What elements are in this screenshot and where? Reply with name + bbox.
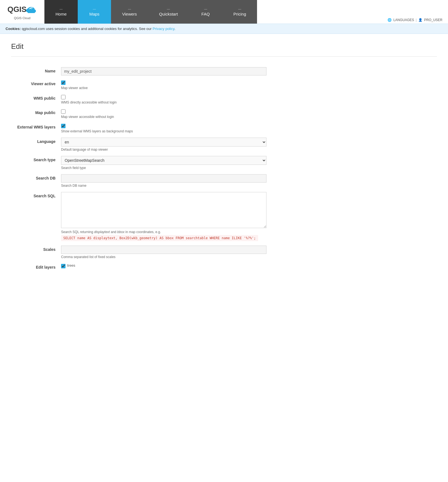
wms-public-label: WMS public [11, 92, 61, 107]
search-sql-textarea[interactable] [61, 192, 266, 228]
search-sql-help-prefix: Search SQL returning [61, 230, 94, 234]
cookie-text: qgiscloud.com uses session cookies and a… [21, 27, 153, 31]
search-db-row: Search DB Search DB name [11, 172, 437, 190]
edit-layers-value: trees [67, 263, 75, 268]
map-public-label: Map public [11, 107, 61, 121]
scales-field-col: Comma separated list of fixed scales [61, 243, 437, 261]
search-db-label: Search DB [11, 172, 61, 190]
edit-layers-row: Edit layers trees [11, 261, 437, 273]
cookie-bold: Cookies: [6, 27, 21, 31]
nav-pricing[interactable]: — Pricing [222, 0, 257, 24]
external-wms-row: External WMS layers Show external WMS la… [11, 121, 437, 135]
scales-help: Comma separated list of fixed scales [61, 255, 437, 259]
name-field-col [61, 65, 437, 78]
logo-area: QGIS QGIS Cloud [0, 0, 44, 24]
wms-public-field-col: WMS directly accessible without login [61, 92, 437, 107]
search-sql-help-suffix: in map coordinates, e.g. [124, 230, 161, 234]
edit-layers-label: Edit layers [11, 261, 61, 273]
svg-rect-4 [28, 11, 35, 13]
languages-link[interactable]: LANGUAGES [393, 18, 414, 22]
search-type-help: Search field type [61, 166, 437, 170]
map-public-checkbox-row [61, 109, 437, 114]
wms-public-checkbox[interactable] [61, 95, 66, 99]
map-public-checkbox[interactable] [61, 109, 66, 114]
viewers-icon: — [128, 7, 131, 11]
search-type-row: Search type OpenStreetMapSearch Database… [11, 154, 437, 172]
faq-icon: — [204, 7, 207, 11]
home-icon: — [60, 7, 63, 11]
language-help: Default language of map viewer [61, 148, 437, 152]
external-wms-field-col: Show external WMS layers as background m… [61, 121, 437, 135]
external-wms-checkbox-row [61, 123, 437, 128]
search-sql-example: SELECT name AS displaytext, Box2D(wkb_ge… [61, 235, 258, 241]
language-label: Language [11, 135, 61, 154]
search-sql-help: Search SQL returning displaytext and bbo… [61, 230, 437, 234]
search-sql-bbox: bbox [117, 230, 124, 234]
wms-public-row: WMS public WMS directly accessible witho… [11, 92, 437, 107]
language-select[interactable]: en de fr it es [61, 138, 266, 147]
privacy-policy-link[interactable]: Privacy policy [153, 27, 175, 31]
search-sql-displaytext: displaytext [94, 230, 110, 234]
wms-public-help: WMS directly accessible without login [61, 100, 437, 104]
nav-faq[interactable]: — FAQ [189, 0, 222, 24]
globe-icon: 🌐 [387, 18, 392, 22]
scales-row: Scales Comma separated list of fixed sca… [11, 243, 437, 261]
name-row: Name [11, 65, 437, 78]
map-public-row: Map public Map viewer accessible without… [11, 107, 437, 121]
edit-layers-checkbox-row: trees [61, 263, 437, 268]
viewer-active-row: Viewer active Map viewer active [11, 78, 437, 92]
user-link[interactable]: PRO_USER [424, 18, 442, 22]
external-wms-checkbox[interactable] [61, 124, 66, 128]
viewer-active-help: Map viewer active [61, 86, 437, 90]
viewer-active-label: Viewer active [11, 78, 61, 92]
quickstart-icon: — [167, 7, 170, 11]
search-sql-row: Search SQL Search SQL returning displayt… [11, 190, 437, 243]
name-input[interactable] [61, 67, 266, 75]
viewer-active-checkbox[interactable] [61, 80, 66, 85]
scales-label: Scales [11, 243, 61, 261]
map-public-field-col: Map viewer accessible without login [61, 107, 437, 121]
viewer-active-checkbox-row [61, 80, 437, 85]
logo-subtitle: QGIS Cloud [14, 16, 30, 20]
separator: | [416, 18, 417, 22]
search-type-label: Search type [11, 154, 61, 172]
map-public-help: Map viewer accessible without login [61, 115, 437, 119]
scales-input[interactable] [61, 246, 266, 254]
nav-items: — Home — Maps — Viewers — Quickstart — F… [44, 0, 257, 24]
search-db-field-col: Search DB name [61, 172, 437, 190]
page-title: Edit [11, 42, 437, 57]
nav-home[interactable]: — Home [44, 0, 78, 24]
search-sql-help-middle: and [110, 230, 117, 234]
search-type-field-col: OpenStreetMapSearch DatabaseSearch None … [61, 154, 437, 172]
external-wms-label: External WMS layers [11, 121, 61, 135]
language-field-col: en de fr it es Default language of map v… [61, 135, 437, 154]
wms-public-checkbox-row [61, 94, 437, 99]
pricing-icon: — [238, 7, 241, 11]
edit-layers-checkbox[interactable] [61, 264, 66, 268]
edit-layers-field-col: trees [61, 261, 437, 273]
nav-quickstart[interactable]: — Quickstart [148, 0, 189, 24]
top-right-area: 🌐 LANGUAGES | 👤 PRO_USER [387, 18, 448, 24]
qgis-logo: QGIS [7, 4, 37, 15]
search-db-help: Search DB name [61, 184, 437, 188]
nav-viewers[interactable]: — Viewers [111, 0, 148, 24]
maps-icon: — [93, 7, 96, 11]
cookie-bar: Cookies: qgiscloud.com uses session cook… [0, 24, 448, 34]
nav-maps[interactable]: — Maps [78, 0, 111, 24]
name-label: Name [11, 65, 61, 78]
external-wms-help: Show external WMS layers as background m… [61, 129, 437, 133]
search-db-input[interactable] [61, 174, 266, 183]
viewer-active-field-col: Map viewer active [61, 78, 437, 92]
edit-form: Name Viewer active Map viewer active WMS… [11, 65, 437, 273]
svg-text:QGIS: QGIS [7, 5, 27, 14]
search-type-select[interactable]: OpenStreetMapSearch DatabaseSearch None [61, 156, 266, 165]
language-row: Language en de fr it es Default language… [11, 135, 437, 154]
page-content: Edit Name Viewer active Map viewer activ… [0, 34, 448, 281]
search-sql-field-col: Search SQL returning displaytext and bbo… [61, 190, 437, 243]
search-sql-label: Search SQL [11, 190, 61, 243]
cookie-end: . [174, 27, 175, 31]
user-icon: 👤 [418, 18, 422, 22]
